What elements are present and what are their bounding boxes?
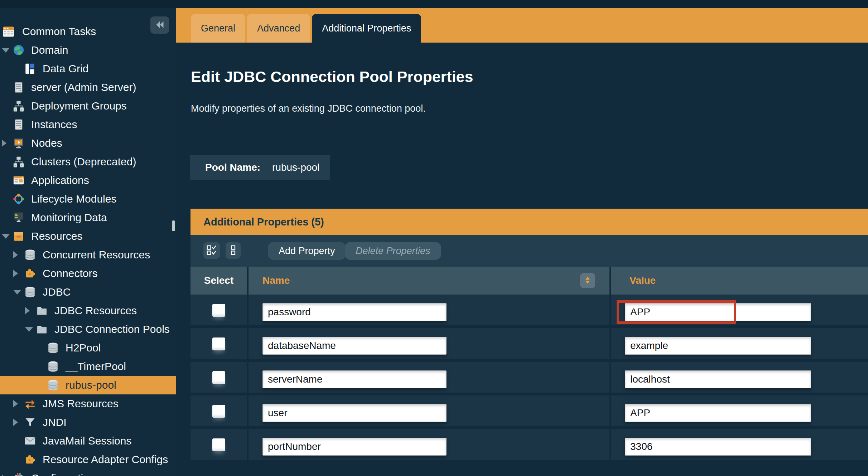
sidebar-item-concurrent-resources[interactable]: Concurrent Resources (0, 246, 176, 264)
sidebar-scrollbar[interactable] (172, 220, 175, 231)
sidebar-item-label: Concurrent Resources (43, 249, 150, 261)
sidebar-item-common-tasks[interactable]: Common Tasks (0, 22, 176, 41)
property-value-input[interactable] (625, 404, 811, 422)
sidebar-item-configurations[interactable]: Configurations (0, 469, 176, 476)
collapse-arrow-icon[interactable] (25, 327, 36, 332)
property-name-input[interactable] (262, 438, 447, 456)
sidebar-item-jdbc[interactable]: JDBC (0, 283, 176, 301)
sidebar-item-server-admin-server[interactable]: server (Admin Server) (0, 78, 176, 97)
select-cell (191, 295, 247, 325)
expand-arrow-icon[interactable] (13, 251, 24, 258)
sidebar-item-label: Lifecycle Modules (31, 193, 116, 205)
sidebar-item-label: Instances (31, 118, 77, 131)
tab-advanced[interactable]: Advanced (247, 14, 310, 43)
row-checkbox[interactable] (212, 304, 225, 317)
sidebar-item-clusters-deprecated[interactable]: Clusters (Deprecated) (0, 152, 176, 171)
property-name-input[interactable] (262, 337, 447, 355)
sidebar-item-nodes[interactable]: Nodes (0, 134, 176, 152)
name-cell (249, 295, 609, 325)
sidebar-item-jdbc-resources[interactable]: JDBC Resources (0, 301, 176, 320)
pool-name-panel: Pool Name: rubus-pool (190, 155, 330, 180)
sidebar-item-applications[interactable]: Applications (0, 171, 176, 190)
sidebar-item-monitoring-data[interactable]: Monitoring Data (0, 208, 176, 227)
expand-arrow-icon[interactable] (13, 400, 24, 407)
sidebar-item-label: Resources (31, 230, 82, 242)
double-chevron-left-icon (155, 20, 165, 31)
sort-name-button[interactable] (580, 273, 595, 288)
collapse-arrow-icon[interactable] (2, 234, 13, 239)
top-strip (0, 0, 868, 8)
select-cell (191, 328, 247, 359)
sidebar-item-connectors[interactable]: Connectors (0, 264, 176, 283)
db-icon (47, 360, 66, 373)
expand-arrow-icon[interactable] (2, 475, 13, 476)
tab-additional-properties[interactable]: Additional Properties (312, 14, 421, 43)
page-title: Edit JDBC Connection Pool Properties (191, 68, 473, 86)
row-checkbox[interactable] (212, 438, 225, 451)
sidebar-item-label: server (Admin Server) (31, 81, 136, 93)
box-icon (13, 230, 31, 242)
tab-bar: GeneralAdvancedAdditional Properties (176, 8, 868, 43)
collapse-arrow-icon[interactable] (2, 48, 13, 53)
expand-arrow-icon[interactable] (25, 307, 36, 314)
sidebar-item-label: Resource Adapter Configs (43, 453, 168, 466)
sidebar-item-javamail-sessions[interactable]: JavaMail Sessions (0, 432, 176, 450)
sidebar-item-jms-resources[interactable]: JMS Resources (0, 394, 176, 413)
name-cell (249, 429, 609, 460)
table-row-databasename (191, 328, 868, 359)
expand-arrow-icon[interactable] (13, 419, 24, 426)
db-icon (24, 249, 43, 261)
property-name-input[interactable] (262, 370, 447, 388)
sidebar-item-label: JDBC Resources (54, 305, 137, 317)
sidebar-item-label: Domain (31, 44, 68, 56)
select-cell (191, 429, 247, 460)
property-value-input[interactable] (625, 370, 811, 388)
sidebar-item-timerpool[interactable]: __TimerPool (0, 357, 176, 376)
property-value-input[interactable] (625, 337, 811, 355)
property-value-input[interactable] (625, 438, 811, 456)
sidebar-collapse-button[interactable] (150, 16, 169, 34)
globe-icon (13, 44, 31, 56)
delete-properties-button[interactable]: Delete Properties (345, 242, 441, 260)
value-cell (611, 295, 868, 325)
sidebar-item-label: Applications (31, 174, 89, 186)
property-name-input[interactable] (262, 303, 447, 321)
db-icon (47, 342, 66, 354)
tab-general[interactable]: General (191, 14, 245, 43)
navigation-tree: Common TasksDomainData Gridserver (Admin… (0, 22, 176, 476)
sidebar-item-deployment-groups[interactable]: Deployment Groups (0, 97, 176, 115)
sidebar-item-jdbc-connection-pools[interactable]: JDBC Connection Pools (0, 320, 176, 339)
tree-icon (13, 156, 31, 168)
deselect-all-button[interactable] (226, 242, 241, 259)
sidebar-item-label: Connectors (43, 267, 97, 280)
row-checkbox[interactable] (212, 371, 225, 384)
value-cell (611, 429, 868, 460)
select-all-button[interactable] (203, 242, 220, 259)
sidebar-item-domain[interactable]: Domain (0, 41, 176, 59)
sidebar-item-instances[interactable]: Instances (0, 115, 176, 134)
sidebar-item-jndi[interactable]: JNDI (0, 413, 176, 432)
add-property-button[interactable]: Add Property (268, 242, 346, 260)
name-cell (249, 362, 609, 393)
sidebar-item-rubus-pool[interactable]: rubus-pool (0, 376, 176, 394)
expand-arrow-icon[interactable] (13, 270, 24, 277)
property-name-input[interactable] (262, 404, 447, 422)
sidebar-item-resource-adapter-configs[interactable]: Resource Adapter Configs (0, 450, 176, 469)
sidebar-item-resources[interactable]: Resources (0, 227, 176, 246)
name-cell (249, 328, 609, 359)
sidebar-item-data-grid[interactable]: Data Grid (0, 59, 176, 78)
server-icon (13, 118, 31, 131)
sidebar-item-lifecycle-modules[interactable]: Lifecycle Modules (0, 190, 176, 208)
server-icon (13, 81, 31, 93)
expand-arrow-icon[interactable] (2, 140, 13, 147)
folder-icon (36, 323, 54, 335)
sidebar-item-label: Configurations (31, 472, 100, 476)
table-header-row: Select Name Value (191, 267, 868, 295)
row-checkbox[interactable] (212, 337, 225, 350)
sidebar-item-h2pool[interactable]: H2Pool (0, 339, 176, 357)
property-value-input[interactable] (625, 303, 811, 321)
collapse-arrow-icon[interactable] (13, 290, 24, 295)
db-icon (24, 286, 43, 298)
sidebar-item-label: Common Tasks (22, 25, 96, 38)
row-checkbox[interactable] (212, 405, 225, 418)
